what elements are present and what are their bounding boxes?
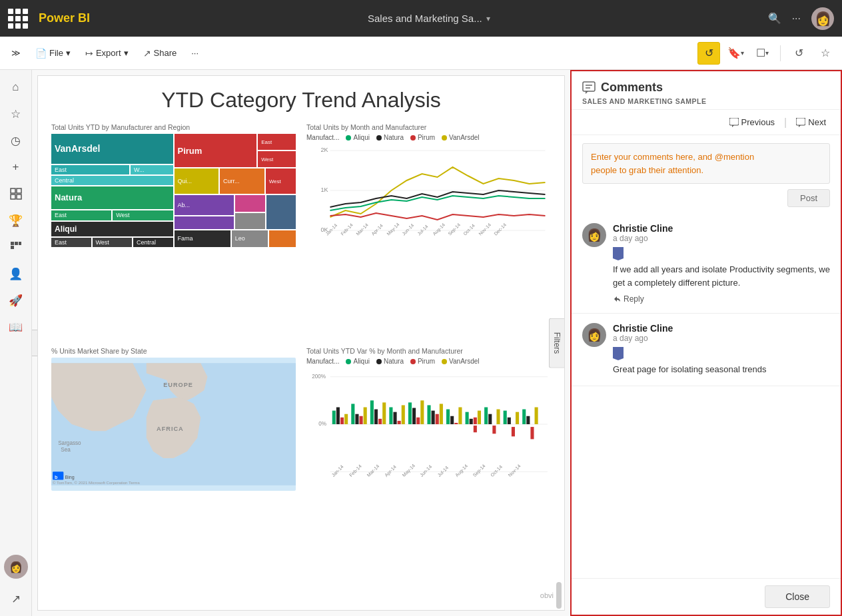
svg-text:1K: 1K — [321, 186, 328, 193]
bookmark-button[interactable]: 🔖 ▾ — [724, 42, 747, 65]
treemap-cell-central[interactable]: Central — [51, 176, 173, 185]
more-icon[interactable]: ··· — [792, 13, 801, 25]
sidebar-item-recent[interactable]: ◷ — [4, 129, 28, 153]
svg-text:Feb-14: Feb-14 — [340, 222, 354, 236]
treemap-cell-pink[interactable] — [235, 195, 265, 211]
svg-text:Mar-14: Mar-14 — [366, 463, 381, 478]
svg-rect-87 — [535, 408, 538, 424]
export-button[interactable]: ↦ Export ▾ — [79, 44, 135, 63]
file-button[interactable]: 📄 File ▾ — [29, 44, 77, 63]
treemap-cell-aliqui[interactable]: Aliqui — [51, 222, 173, 236]
post-button[interactable]: Post — [787, 189, 830, 207]
treemap-cell-pirum[interactable]: Pirum — [175, 134, 257, 167]
comments-title-text: Comments — [601, 81, 663, 95]
favorites-button[interactable]: ☆ — [814, 42, 837, 65]
treemap-cell-pirum-east[interactable]: East — [258, 134, 296, 150]
sidebar-item-home[interactable]: ⌂ — [4, 75, 28, 99]
natura-label: Natura — [384, 134, 404, 141]
share-button[interactable]: ↗ Share — [137, 44, 183, 63]
line-chart[interactable]: 2K 1K 0K — [306, 144, 551, 257]
treemap-right: Pirum East West Qui... Curr... West — [175, 134, 296, 247]
reply-button-1[interactable]: Reply — [613, 294, 830, 304]
treemap-cell-ab[interactable]: Ab... — [175, 195, 234, 214]
treemap-cell-qui[interactable]: Qui... — [175, 168, 219, 194]
user-avatar-sidebar[interactable]: 👩 — [4, 555, 28, 579]
treemap-cell-purple-small[interactable] — [175, 216, 234, 229]
treemap-cell-natura-east[interactable]: East — [51, 210, 111, 220]
treemap-cell-bluegray[interactable] — [266, 195, 296, 228]
svg-rect-49 — [360, 416, 363, 424]
svg-text:Sep-14: Sep-14 — [472, 463, 487, 478]
sidebar-item-data[interactable] — [4, 182, 28, 206]
map-chart[interactable]: b Bing EUROPE AFRICA Sargasso Sea © TomT… — [51, 358, 296, 491]
aliqui-label: Aliqui — [353, 134, 369, 141]
file-icon: 📄 — [35, 48, 47, 59]
waffle-menu[interactable] — [8, 9, 28, 29]
sidebar-item-expand[interactable]: ↗ — [4, 587, 28, 611]
svg-rect-55 — [389, 408, 392, 424]
treemap-cell-curr[interactable]: Curr... — [220, 168, 264, 194]
sidebar-item-workspaces[interactable]: 📖 — [4, 315, 28, 339]
treemap-cell-west2[interactable]: West — [266, 168, 296, 194]
treemap-cell-w[interactable]: W... — [131, 165, 173, 174]
treemap-cell-aliqui-west[interactable]: West — [93, 238, 133, 247]
svg-text:May-14: May-14 — [402, 463, 416, 477]
treemap-chart[interactable]: VanArsdel East W... Central Natura — [51, 134, 296, 247]
comment-text-1: If we add all years and isolate Producti… — [613, 263, 830, 289]
svg-rect-78 — [492, 426, 496, 434]
svg-rect-52 — [374, 410, 378, 424]
svg-text:Aug-14: Aug-14 — [454, 463, 469, 478]
refresh-button[interactable]: ↺ — [697, 42, 720, 65]
view-button[interactable]: ☐ ▾ — [751, 42, 773, 65]
treemap-cell-leo[interactable]: Leo — [232, 230, 268, 247]
title-dropdown-icon[interactable]: ▾ — [486, 14, 490, 23]
sidebar-item-learn[interactable]: 🚀 — [4, 288, 28, 312]
treemap-cell-gray[interactable] — [235, 213, 265, 229]
top-bar-actions: 🔍 ··· 👩 — [768, 7, 834, 30]
treemap-cell-natura-west[interactable]: West — [113, 210, 173, 220]
svg-text:AFRICA: AFRICA — [157, 426, 184, 432]
avatar[interactable]: 👩 — [811, 7, 834, 30]
sidebar-item-apps[interactable] — [4, 235, 28, 259]
svg-rect-68 — [450, 416, 454, 424]
search-icon[interactable]: 🔍 — [768, 12, 781, 25]
svg-text:Sea: Sea — [61, 447, 71, 453]
svg-rect-70 — [458, 408, 462, 424]
svg-rect-71 — [466, 412, 469, 424]
collapse-button[interactable]: ≫ — [5, 44, 27, 62]
treemap-cell-aliqui-east[interactable]: East — [51, 238, 91, 247]
treemap-cell-fama[interactable]: Fama — [175, 230, 230, 247]
filters-tab[interactable]: Filters — [549, 318, 564, 368]
bar-natura-label: Natura — [384, 358, 404, 365]
svg-text:Jan-14: Jan-14 — [331, 464, 345, 478]
scrollbar-handle[interactable] — [556, 582, 562, 609]
comments-footer: Close — [572, 578, 841, 615]
treemap-cell-east[interactable]: East — [51, 165, 129, 174]
comments-panel: Comments SALES AND MARKETING SAMPLE Prev… — [570, 70, 842, 616]
share-label: Share — [154, 48, 177, 58]
bar-chart[interactable]: 200% 0% — [306, 368, 551, 501]
svg-text:Jul-14: Jul-14 — [416, 224, 429, 236]
treemap-cell-aliqui-central[interactable]: Central — [133, 238, 173, 247]
reset-button[interactable]: ↺ — [787, 42, 810, 65]
svg-text:2K: 2K — [321, 147, 328, 153]
svg-rect-7 — [11, 246, 14, 249]
left-sidebar: ⌂ ☆ ◷ + 🏆 👤 🚀 📖 👩 ↗ — [0, 70, 32, 616]
comments-input-area[interactable]: Enter your comments here, and @mention p… — [582, 143, 830, 184]
close-button[interactable]: Close — [765, 585, 830, 608]
treemap-cell-orange-small[interactable] — [269, 230, 296, 247]
previous-button[interactable]: Previous — [725, 115, 779, 129]
treemap-cell-natura[interactable]: Natura — [51, 186, 173, 209]
svg-rect-105 — [796, 118, 805, 125]
svg-rect-4 — [11, 242, 14, 245]
next-button[interactable]: Next — [792, 115, 830, 129]
sidebar-item-people[interactable]: 👤 — [4, 262, 28, 286]
treemap-cell-vanarsdel[interactable]: VanArsdel — [51, 134, 173, 164]
treemap-cell-pirum-west[interactable]: West — [258, 151, 296, 167]
comments-post-area: Post — [572, 189, 841, 214]
sidebar-item-favorites[interactable]: ☆ — [4, 102, 28, 126]
sidebar-item-create[interactable]: + — [4, 155, 28, 179]
sidebar-item-goals[interactable]: 🏆 — [4, 208, 28, 232]
svg-rect-47 — [351, 404, 354, 424]
more-toolbar-button[interactable]: ··· — [185, 44, 205, 62]
